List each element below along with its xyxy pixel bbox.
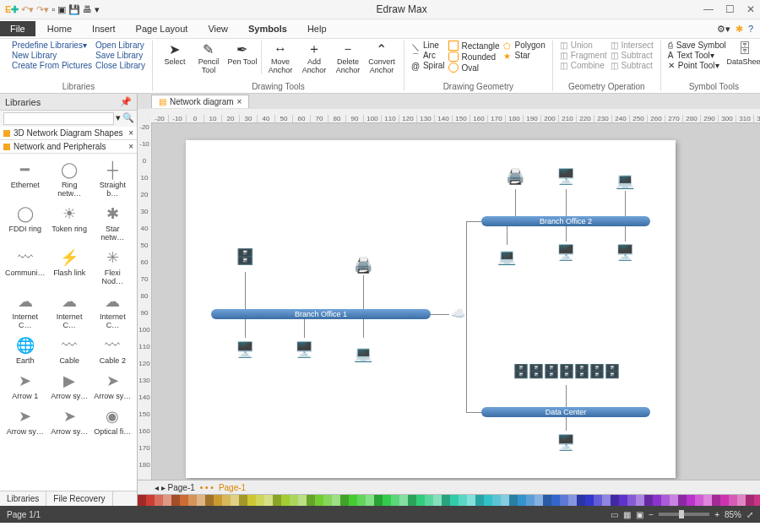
search-dropdown-icon[interactable]: ▾ [116,112,121,125]
zoom-out-icon[interactable]: − [649,510,654,519]
zoom-slider[interactable] [659,513,709,516]
zoom-in-icon[interactable]: + [714,510,719,519]
shape-optical-fi-[interactable]: ◉Optical fi… [92,404,133,437]
pc-node[interactable]: 🖥️ [549,427,583,458]
shape-arrow-1[interactable]: ➤Arrow 1 [3,368,47,402]
shape-cable-2[interactable]: 〰Cable 2 [92,333,133,366]
canvas[interactable]: Branch Office 1 🗄️ 🖨️ 🖥️ 🖥️ 💻 ☁️ [152,123,760,480]
shape-cable[interactable]: 〰Cable [49,333,90,366]
lib-tab-network[interactable]: Network and Peripherals× [0,140,137,154]
pc-node[interactable]: 🖥️ [228,334,262,365]
shape-ethernet[interactable]: ━Ethernet [3,157,47,199]
print-icon[interactable]: 🖶 [83,4,92,14]
search-icon[interactable]: 🔍 [122,112,134,125]
bottom-tab-recovery[interactable]: File Recovery [46,491,112,506]
menu-view[interactable]: View [198,21,238,36]
union-op[interactable]: ◫Union [560,41,607,50]
shape-straight-b-[interactable]: ┼Straight b… [92,157,133,199]
menu-help[interactable]: Help [297,21,337,36]
shape-earth[interactable]: 🌐Earth [3,333,47,366]
combine-op[interactable]: ◫Combine [560,61,607,70]
gear-icon[interactable]: ⚙▾ [717,24,730,35]
new-library[interactable]: New Library [12,51,92,60]
shape-arrow-sy-[interactable]: ➤Arrow sy… [49,404,90,437]
create-from-pictures[interactable]: Create From Pictures [12,61,92,70]
view-full-icon[interactable]: ▣ [636,510,643,519]
pc-node[interactable]: 🖥️ [549,237,583,268]
predefine-libraries[interactable]: Predefine Libraries▾ [12,41,92,50]
shape-flash-link[interactable]: ⚡Flash link [49,245,90,287]
rect-tool[interactable]: Rectangle [448,41,500,51]
view-normal-icon[interactable]: ▭ [611,510,618,519]
drawing-sheet[interactable]: Branch Office 1 🗄️ 🖨️ 🖥️ 🖥️ 💻 ☁️ [186,140,676,478]
printer-node[interactable]: 🖨️ [498,161,532,192]
document-tab[interactable]: ▤Network diagram× [151,95,249,108]
fit-icon[interactable]: ⤢ [746,510,753,519]
library-search[interactable] [3,112,114,125]
shape-communi-[interactable]: 〰Communi… [3,245,47,287]
datasheet[interactable]: 🗄DataSheet [730,41,760,66]
close-library[interactable]: Close Library [95,61,145,70]
intersect-op[interactable]: ◫Intersect [611,41,654,50]
view-grid-icon[interactable]: ▦ [623,510,631,519]
menu-file[interactable]: File [0,21,35,36]
close-tab-icon[interactable]: × [128,128,133,138]
shape-internet-c-[interactable]: ☁Internet C… [3,289,47,331]
subtract2-op[interactable]: ◫Subtract [611,61,654,70]
fragment-op[interactable]: ◫Fragment [560,51,607,60]
shape-arrow-sy-[interactable]: ▶Arrow sy… [49,368,90,402]
open-icon[interactable]: ▣ [57,4,66,15]
select-tool[interactable]: ➤Select [160,41,190,66]
delete-anchor[interactable]: －Delete Anchor [333,41,363,74]
shape-flexi-nod-[interactable]: ✳Flexi Nod… [92,245,133,287]
polygon-tool[interactable]: ⬠Polygon [503,41,546,50]
pc-node[interactable]: 🖥️ [287,334,321,365]
point-tool[interactable]: ✕Point Tool▾ [668,61,726,70]
close-tab-icon[interactable]: × [128,142,133,151]
shape-star-netw-[interactable]: ✱Star netw… [92,201,133,243]
menu-insert[interactable]: Insert [82,21,126,36]
shape-arrow-sy-[interactable]: ➤Arrow sy… [3,404,47,437]
lib-tab-3d[interactable]: 3D Network Diagram Shapes× [0,127,137,140]
bottom-tab-libraries[interactable]: Libraries [0,491,46,506]
maximize-icon[interactable]: ☐ [725,3,735,15]
bus-datacenter[interactable]: Data Center [481,407,650,417]
menu-page-layout[interactable]: Page Layout [126,21,198,36]
wan-node[interactable]: ☁️ [448,305,468,322]
undo-icon[interactable]: ↶▾ [21,4,34,15]
shape-token-ring[interactable]: ☀Token ring [49,201,90,243]
oval-tool[interactable]: Oval [448,62,500,73]
server-node[interactable]: 🗄️ [228,242,262,272]
star-tool[interactable]: ★Star [503,51,546,60]
page-nav[interactable]: ◂ ▸ Page-1 [155,483,195,492]
open-library[interactable]: Open Library [95,41,145,50]
pc-node[interactable]: 🖥️ [549,161,583,192]
line-tool[interactable]: ＼Line [411,41,445,50]
arc-tool[interactable]: ⌒Arc [411,51,445,60]
shape-internet-c-[interactable]: ☁Internet C… [92,289,133,331]
save-icon[interactable]: 💾 [68,4,80,15]
shape-internet-c-[interactable]: ☁Internet C… [49,289,90,331]
shape-arrow-sy-[interactable]: ➤Arrow sy… [92,368,133,402]
spiral-tool[interactable]: @Spiral [411,61,445,70]
pane-pin-icon[interactable]: 📌 [120,96,132,107]
color-palette[interactable] [138,494,760,506]
rounded-tool[interactable]: Rounded [448,52,500,62]
pencil-tool[interactable]: ✎Pencil Tool [193,41,224,74]
pc-node[interactable]: 🖥️ [608,237,642,268]
close-icon[interactable]: ✕ [746,3,755,15]
bus-branch-1[interactable]: Branch Office 1 [211,309,431,319]
save-library[interactable]: Save Library [95,51,145,60]
move-anchor[interactable]: ↔Move Anchor [265,41,296,74]
convert-anchor[interactable]: ⌃Convert Anchor [366,41,397,74]
bus-branch-2[interactable]: Branch Office 2 [481,216,650,226]
save-symbol[interactable]: ⎙Save Symbol [668,41,726,50]
add-anchor[interactable]: ＋Add Anchor [299,41,329,74]
menu-home[interactable]: Home [37,21,82,36]
laptop-node[interactable]: 💻 [346,339,380,369]
zoom-value[interactable]: 85% [725,510,741,519]
page-sheet-tab[interactable]: Page-1 [219,483,246,492]
pen-tool[interactable]: ✒Pen Tool [227,41,258,66]
menu-symbols[interactable]: Symbols [238,21,297,36]
minimize-icon[interactable]: — [703,3,714,15]
